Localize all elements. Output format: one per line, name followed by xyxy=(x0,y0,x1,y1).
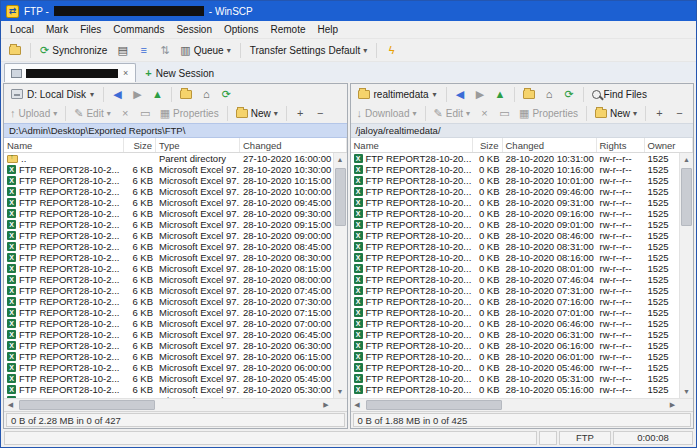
file-row[interactable]: FTP REPORT28-10-20... 0 KB 28-10-2020 07… xyxy=(351,307,680,318)
upload-button[interactable]: ↑ Upload ▾ xyxy=(6,104,61,123)
file-row[interactable]: FTP REPORT28-10-20... 0 KB 28-10-2020 07… xyxy=(351,274,680,285)
menu-options[interactable]: Options xyxy=(218,23,264,36)
remote-horizontal-scrollbar[interactable]: ◀ ▶ xyxy=(351,398,694,411)
file-row[interactable]: FTP REPORT28-10-2... 6 KB Microsoft Exce… xyxy=(4,285,333,296)
file-row[interactable]: FTP REPORT28-10-20... 0 KB 28-10-2020 09… xyxy=(351,219,680,230)
column-rights[interactable]: Rights xyxy=(597,138,645,152)
compare-button[interactable]: ≡ xyxy=(134,41,153,60)
menu-session[interactable]: Session xyxy=(170,23,218,36)
file-row[interactable]: FTP REPORT28-10-20... 0 KB 28-10-2020 06… xyxy=(351,340,680,351)
column-type[interactable]: Type xyxy=(156,138,240,152)
scroll-down-icon[interactable]: ▼ xyxy=(334,385,347,398)
file-row[interactable]: FTP REPORT28-10-20... 0 KB 28-10-2020 10… xyxy=(351,153,680,164)
scroll-right-icon[interactable]: ▶ xyxy=(666,399,679,411)
file-row[interactable]: FTP REPORT28-10-20... 0 KB 28-10-2020 06… xyxy=(351,329,680,340)
select-add-button[interactable]: + xyxy=(650,104,669,123)
file-row[interactable]: FTP REPORT28-10-2... 6 KB Microsoft Exce… xyxy=(4,340,333,351)
file-row[interactable]: FTP REPORT28-10-2... 6 KB Microsoft Exce… xyxy=(4,351,333,362)
menu-remote[interactable]: Remote xyxy=(264,23,311,36)
new-button[interactable]: New ▾ xyxy=(232,104,282,123)
file-row[interactable]: FTP REPORT28-10-2... 6 KB Microsoft Exce… xyxy=(4,219,333,230)
forward-button[interactable]: ▶ xyxy=(128,85,147,104)
column-name[interactable]: Name xyxy=(351,138,473,152)
download-button[interactable]: ↓ Download ▾ xyxy=(353,104,421,123)
file-row[interactable]: FTP REPORT28-10-2... 6 KB Microsoft Exce… xyxy=(4,230,333,241)
local-drive-selector[interactable]: D: Local Disk ▾ xyxy=(6,87,99,102)
column-size[interactable]: Size xyxy=(473,138,503,152)
close-tab-icon[interactable]: × xyxy=(122,68,129,78)
file-row[interactable]: FTP REPORT28-10-20... 0 KB 28-10-2020 08… xyxy=(351,263,680,274)
transfer-settings-button[interactable]: Transfer Settings Default ▾ xyxy=(246,41,371,60)
remote-vertical-scrollbar[interactable]: ▲ ▼ xyxy=(679,153,693,398)
file-row[interactable]: FTP REPORT28-10-2... 6 KB Microsoft Exce… xyxy=(4,186,333,197)
menu-local[interactable]: Local xyxy=(4,23,40,36)
file-row[interactable]: FTP REPORT28-10-20... 0 KB 28-10-2020 05… xyxy=(351,384,680,395)
edit-button[interactable]: ✎ Edit ▾ xyxy=(430,104,474,123)
refresh-button[interactable]: ⟳ xyxy=(560,85,579,104)
file-row[interactable]: FTP REPORT28-10-20... 0 KB 28-10-2020 06… xyxy=(351,318,680,329)
refresh-button[interactable]: ⟳ xyxy=(217,85,236,104)
scroll-track[interactable] xyxy=(680,166,693,385)
file-row[interactable]: FTP REPORT28-10-2... 6 KB Microsoft Exce… xyxy=(4,362,333,373)
delete-button[interactable]: × xyxy=(475,104,494,123)
file-row[interactable]: FTP REPORT28-10-20... 0 KB 28-10-2020 10… xyxy=(351,164,680,175)
file-row[interactable]: FTP REPORT28-10-20... 0 KB 28-10-2020 08… xyxy=(351,230,680,241)
menu-mark[interactable]: Mark xyxy=(40,23,74,36)
column-changed[interactable]: Changed xyxy=(240,138,347,152)
file-row[interactable]: FTP REPORT28-10-20... 0 KB 28-10-2020 08… xyxy=(351,252,680,263)
column-changed[interactable]: Changed xyxy=(503,138,597,152)
file-row[interactable]: FTP REPORT28-10-2... 6 KB Microsoft Exce… xyxy=(4,318,333,329)
column-size[interactable]: Size xyxy=(124,138,156,152)
properties-button[interactable]: ▦ Properties xyxy=(156,104,223,123)
select-add-button[interactable]: + xyxy=(291,104,310,123)
back-button[interactable]: ◀ xyxy=(451,85,470,104)
edit-button[interactable]: ✎ Edit ▾ xyxy=(70,104,114,123)
scroll-down-icon[interactable]: ▼ xyxy=(680,385,693,398)
forward-button[interactable]: ▶ xyxy=(471,85,490,104)
menu-files[interactable]: Files xyxy=(74,23,107,36)
scroll-left-icon[interactable]: ◀ xyxy=(351,399,364,411)
local-vertical-scrollbar[interactable]: ▲ ▼ xyxy=(333,153,347,398)
column-name[interactable]: Name xyxy=(4,138,124,152)
preset-button[interactable]: ϟ xyxy=(382,41,401,60)
parent-directory-button[interactable]: ▲ xyxy=(148,85,167,104)
console-button[interactable]: ▤ xyxy=(113,41,132,60)
local-path-bar[interactable]: D:\Admin\Desktop\Exported Reports\FTP\ xyxy=(4,123,347,138)
file-row[interactable]: FTP REPORT28-10-2... 6 KB Microsoft Exce… xyxy=(4,373,333,384)
rename-button[interactable]: ▭ xyxy=(495,104,514,123)
file-row[interactable]: FTP REPORT28-10-2... 6 KB Microsoft Exce… xyxy=(4,329,333,340)
scroll-track[interactable] xyxy=(364,399,667,411)
scroll-thumb[interactable] xyxy=(335,168,346,226)
scroll-left-icon[interactable]: ◀ xyxy=(4,399,17,411)
find-files-button[interactable]: Find Files xyxy=(588,85,651,104)
file-row[interactable]: FTP REPORT28-10-20... 0 KB 28-10-2020 08… xyxy=(351,241,680,252)
scroll-thumb[interactable] xyxy=(681,168,692,226)
file-row[interactable]: FTP REPORT28-10-20... 0 KB 28-10-2020 09… xyxy=(351,197,680,208)
file-row[interactable]: FTP REPORT28-10-20... 0 KB 28-10-2020 09… xyxy=(351,186,680,197)
queue-button[interactable]: ▥ Queue ▾ xyxy=(176,41,234,60)
delete-button[interactable]: × xyxy=(116,104,135,123)
file-row[interactable]: FTP REPORT28-10-2... 6 KB Microsoft Exce… xyxy=(4,175,333,186)
file-row[interactable]: FTP REPORT28-10-2... 6 KB Microsoft Exce… xyxy=(4,274,333,285)
scroll-up-icon[interactable]: ▲ xyxy=(680,153,693,166)
scroll-thumb[interactable] xyxy=(366,400,502,410)
home-directory-button[interactable]: ⌂ xyxy=(197,85,216,104)
file-row[interactable]: FTP REPORT28-10-20... 0 KB 28-10-2020 10… xyxy=(351,175,680,186)
file-row[interactable]: FTP REPORT28-10-2... 6 KB Microsoft Exce… xyxy=(4,263,333,274)
scroll-right-icon[interactable]: ▶ xyxy=(320,399,333,411)
properties-button[interactable]: ▦ Properties xyxy=(515,104,582,123)
file-row[interactable]: FTP REPORT28-10-2... 6 KB Microsoft Exce… xyxy=(4,296,333,307)
scroll-track[interactable] xyxy=(334,166,347,385)
scroll-up-icon[interactable]: ▲ xyxy=(334,153,347,166)
session-tab-active[interactable]: × xyxy=(4,63,136,82)
root-directory-button[interactable] xyxy=(176,85,196,104)
synchronize-button[interactable]: ⟳ Synchronize xyxy=(36,41,111,60)
new-session-tab[interactable]: + New Session xyxy=(138,63,221,82)
menu-commands[interactable]: Commands xyxy=(107,23,170,36)
file-row[interactable]: FTP REPORT28-10-2... 6 KB Microsoft Exce… xyxy=(4,197,333,208)
file-row[interactable]: FTP REPORT28-10-2... 6 KB Microsoft Exce… xyxy=(4,164,333,175)
rename-button[interactable]: ▭ xyxy=(136,104,155,123)
select-remove-button[interactable]: − xyxy=(670,104,689,123)
menu-help[interactable]: Help xyxy=(311,23,344,36)
parent-directory-button[interactable]: ▲ xyxy=(491,85,510,104)
